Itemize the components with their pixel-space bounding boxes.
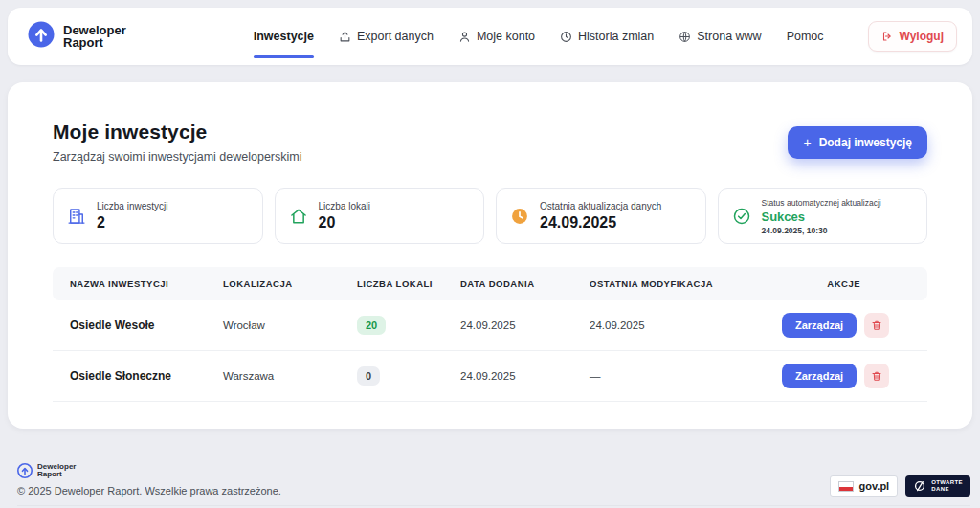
manage-button[interactable]: Zarządzaj [782, 364, 857, 388]
column-header-liczba-lokali: LICZBA LOKALI [340, 267, 443, 300]
nav-item-strona-www[interactable]: Strona www [679, 8, 761, 65]
stats-row: Liczba inwestycji 2 Liczba lokali 20 [53, 188, 927, 244]
nav-item-pomoc[interactable]: Pomoc [787, 8, 824, 65]
manage-button[interactable]: Zarządzaj [782, 313, 857, 338]
logout-label: Wyloguj [900, 30, 944, 43]
stat-value: 24.09.2025 [540, 214, 661, 232]
brand-logo-icon [27, 20, 56, 53]
stat-card-liczba-inwestycji: Liczba inwestycji 2 [53, 188, 263, 244]
stat-text: Ostatnia aktualizacja danych 24.09.2025 [540, 201, 661, 232]
home-icon [289, 207, 308, 226]
investment-added-date: 24.09.2025 [443, 358, 572, 394]
otwarte-dane-badge[interactable]: OTWARTE DANE [905, 475, 970, 497]
stat-label: Liczba inwestycji [97, 201, 167, 211]
nav-item-label: Export danych [357, 30, 434, 43]
investment-modified-date: — [572, 358, 765, 394]
investments-table: NAZWA INWESTYCJI LOKALIZACJA LICZBA LOKA… [53, 267, 927, 402]
top-navbar: Deweloper Raport Inwestycje Export danyc… [8, 8, 972, 65]
main-nav: Inwestycje Export danych Moje konto [254, 8, 957, 65]
nav-item-inwestycje[interactable]: Inwestycje [254, 8, 314, 65]
investment-units-cell: 20 [340, 303, 443, 347]
card-heading-block: Moje inwestycje Zarządzaj swoimi inwesty… [53, 121, 302, 164]
add-investment-label: Dodaj inwestycję [819, 136, 912, 149]
column-header-akcje: AKCJE [765, 267, 927, 300]
page-subtitle: Zarządzaj swoimi inwestycjami dewelopers… [53, 150, 302, 164]
page-footer: Deweloper Raport © 2025 Deweloper Raport… [8, 463, 972, 508]
brand-name-line2: Raport [63, 36, 126, 49]
investment-units-cell: 0 [340, 354, 443, 398]
nav-item-label: Strona www [697, 30, 761, 43]
nav-item-label: Pomoc [787, 30, 824, 43]
poland-flag-icon [838, 481, 854, 492]
stat-subtext: 24.09.2025, 10:30 [762, 226, 881, 235]
stat-value: 2 [97, 214, 167, 232]
footer-brand: Deweloper Raport [17, 463, 281, 478]
column-header-lokalizacja: LOKALIZACJA [206, 267, 340, 300]
govpl-badge[interactable]: gov.pl [830, 475, 899, 497]
open-data-label: OTWARTE DANE [931, 479, 963, 493]
logout-icon [881, 31, 893, 42]
plus-icon: + [803, 138, 811, 147]
stat-text: Liczba inwestycji 2 [97, 201, 167, 232]
delete-button[interactable] [864, 313, 889, 338]
card-header: Moje inwestycje Zarządzaj swoimi inwesty… [53, 121, 927, 164]
page-title: Moje inwestycje [53, 121, 302, 144]
table-header-row: NAZWA INWESTYCJI LOKALIZACJA LICZBA LOKA… [53, 267, 927, 300]
user-icon [458, 31, 471, 43]
govpl-label: gov.pl [859, 480, 890, 492]
row-actions: Zarządzaj [765, 300, 927, 350]
add-investment-button[interactable]: + Dodaj inwestycję [788, 126, 927, 159]
investment-location: Wrocław [206, 307, 340, 343]
stat-label: Ostatnia aktualizacja danych [540, 201, 661, 211]
stat-card-liczba-lokali: Liczba lokali 20 [275, 188, 485, 244]
investment-modified-date: 24.09.2025 [572, 307, 765, 343]
brand-logo[interactable]: Deweloper Raport [27, 20, 126, 53]
trash-icon [871, 320, 882, 331]
investment-name: Osiedle Słoneczne [53, 357, 206, 395]
nav-item-label: Historia zmian [578, 30, 654, 43]
delete-button[interactable] [864, 364, 889, 388]
nav-item-label: Moje konto [477, 30, 535, 43]
brand-logo-icon [17, 463, 33, 478]
clock-icon [560, 31, 572, 43]
row-actions: Zarządzaj [765, 351, 927, 401]
nav-item-moje-konto[interactable]: Moje konto [458, 8, 535, 65]
table-row: Osiedle Słoneczne Warszawa 0 24.09.2025 … [53, 351, 927, 402]
building-icon [67, 207, 86, 226]
globe-icon [679, 31, 691, 43]
check-circle-icon [732, 207, 751, 226]
stat-text: Liczba lokali 20 [319, 201, 370, 232]
investments-card: Moje inwestycje Zarządzaj swoimi inwesty… [8, 82, 972, 429]
copyright-text: © 2025 Deweloper Raport. Wszelkie prawa … [17, 485, 281, 497]
page: Deweloper Raport Inwestycje Export danyc… [0, 0, 980, 508]
column-header-modyfikacja: OSTATNIA MODYFIKACJA [572, 267, 765, 300]
footer-brand-name: Deweloper Raport [37, 463, 76, 478]
units-badge: 0 [357, 366, 380, 386]
stat-card-status-aktualizacji: Status automatycznej aktualizacji Sukces… [718, 188, 928, 244]
stat-card-ostatnia-aktualizacja: Ostatnia aktualizacja danych 24.09.2025 [496, 188, 706, 244]
table-row: Osiedle Wesołe Wrocław 20 24.09.2025 24.… [53, 300, 927, 351]
nav-item-label: Inwestycje [254, 30, 314, 43]
investment-location: Warszawa [206, 358, 340, 394]
clock-icon [510, 207, 529, 226]
open-data-icon [913, 479, 926, 493]
stat-value: 20 [319, 214, 370, 232]
logout-button[interactable]: Wyloguj [868, 21, 957, 52]
column-header-nazwa: NAZWA INWESTYCJI [53, 267, 206, 300]
investment-name: Osiedle Wesołe [53, 306, 206, 344]
footer-left: Deweloper Raport © 2025 Deweloper Raport… [17, 463, 281, 497]
units-badge: 20 [357, 316, 386, 335]
stat-value: Sukces [762, 210, 881, 224]
investment-added-date: 24.09.2025 [443, 307, 572, 343]
footer-badges: gov.pl OTWARTE DANE [830, 475, 970, 497]
brand-name: Deweloper Raport [63, 24, 126, 49]
footer-main: Deweloper Raport © 2025 Deweloper Raport… [17, 463, 970, 497]
column-header-data-dodania: DATA DODANIA [443, 267, 572, 300]
nav-item-historia-zmian[interactable]: Historia zmian [560, 8, 654, 65]
trash-icon [871, 370, 882, 382]
stat-label: Liczba lokali [319, 201, 370, 211]
export-icon [339, 31, 351, 43]
stat-label: Status automatycznej aktualizacji [762, 198, 881, 208]
stat-text: Status automatycznej aktualizacji Sukces… [762, 198, 881, 235]
nav-item-export-danych[interactable]: Export danych [339, 8, 434, 65]
